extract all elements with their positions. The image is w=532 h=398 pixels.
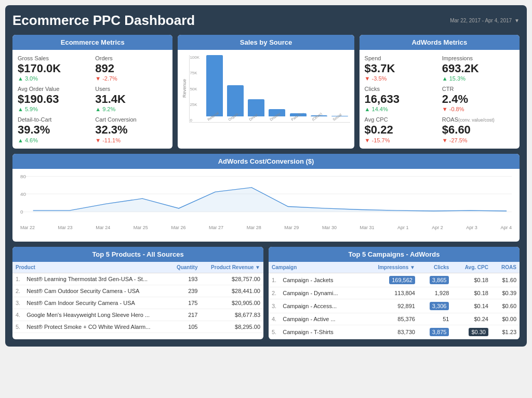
top-row: Ecommerce Metrics Gross Sales $170.0K ▲ … xyxy=(12,35,520,149)
metric-change: ▼ -2.7% xyxy=(95,75,167,82)
col-clicks: Clicks xyxy=(418,262,452,273)
table-row: 5. Campaign - T-Shirts 83,730 3,875 $0.3… xyxy=(269,325,520,339)
sales-by-source-body: Revenue 100K 75K 50K 25K 0 xyxy=(178,50,354,130)
adwords-metric-change: ▲ 15.3% xyxy=(442,75,514,82)
sales-by-source-card: Sales by Source Revenue 100K 75K 50K 25K xyxy=(178,35,354,149)
table-row: 4. Google Men's Heavyweight Long Sleeve … xyxy=(12,309,263,321)
x-label-8: Mar 30 xyxy=(322,225,337,230)
adwords-metric-4: Avg CPC $0.22 ▼ -15.7% xyxy=(365,116,437,143)
adwords-metric-value: $3.7K xyxy=(365,62,437,75)
ecommerce-metrics-header: Ecommerce Metrics xyxy=(12,35,172,50)
adwords-metric-label: Avg CPC xyxy=(365,116,437,123)
bar-chart: 100K 75K 50K 25K 0 Referral Organic Se..… xyxy=(189,55,350,123)
x-label-0: Mar 22 xyxy=(20,225,35,230)
svg-text:80: 80 xyxy=(20,174,26,179)
x-label-3: Mar 25 xyxy=(134,225,148,230)
adwords-metric-change: ▼ -3.5% xyxy=(365,75,437,82)
metric-value: 892 xyxy=(95,62,167,75)
adwords-metric-label: ROAS(conv. value/cost) xyxy=(442,116,514,123)
col-revenue: Product Revenue ▼ xyxy=(201,262,263,273)
bar-group-0: Referral xyxy=(204,55,225,122)
chart-container: Revenue 100K 75K 50K 25K 0 xyxy=(182,54,350,123)
top-campaigns-card: Top 5 Campaigns - AdWords Campaign Impre… xyxy=(269,247,520,339)
x-label-6: Mar 28 xyxy=(247,225,261,230)
adwords-metric-2: Clicks 16,633 ▲ 14.4% xyxy=(365,86,437,112)
adwords-metric-5: ROAS(conv. value/cost) $6.60 ▼ -27.5% xyxy=(442,116,514,143)
adwords-metric-change: ▼ -15.7% xyxy=(365,137,437,143)
top-campaigns-table: Campaign Impressions ▼ Clicks Avg. CPC R… xyxy=(269,262,520,339)
dashboard: Ecommerce PPC Dashboard Mar 22, 2017 - A… xyxy=(5,5,527,347)
bar-group-2: Direct xyxy=(246,55,267,122)
dashboard-header: Ecommerce PPC Dashboard Mar 22, 2017 - A… xyxy=(12,12,520,29)
top-campaigns-header: Top 5 Campaigns - AdWords xyxy=(269,247,520,262)
adwords-metrics-header: AdWords Metrics xyxy=(360,35,520,50)
metric-change: ▲ 3.0% xyxy=(18,75,90,82)
top-products-header: Top 5 Products - All Sources xyxy=(12,247,263,262)
x-label-9: Mar 31 xyxy=(360,225,374,230)
x-label-5: Mar 27 xyxy=(209,225,223,230)
cost-conversion-header: AdWords Cost/Conversion ($) xyxy=(12,154,520,169)
date-range-selector[interactable]: Mar 22, 2017 - Apr 4, 2017 ▼ xyxy=(450,18,520,23)
metric-label: Orders xyxy=(95,55,167,61)
ecommerce-metrics-body: Gross Sales $170.0K ▲ 3.0% Orders 892 ▼ … xyxy=(12,50,172,149)
bar-group-1: Organic Se... xyxy=(225,55,246,122)
metric-label: Users xyxy=(95,86,167,92)
dashboard-title: Ecommerce PPC Dashboard xyxy=(12,12,195,29)
x-label-1: Mar 23 xyxy=(58,225,73,230)
metric-item-5: Cart Conversion 32.3% ▼ -11.1% xyxy=(95,116,167,143)
adwords-metric-value: 693.2K xyxy=(442,62,514,75)
metric-item-1: Orders 892 ▼ -2.7% xyxy=(95,55,167,82)
adwords-metric-label: Impressions xyxy=(442,55,514,61)
bar-chart-wrapper: 100K 75K 50K 25K 0 Referral Organic Se..… xyxy=(189,54,350,123)
bar-group-4: Paid Searc... xyxy=(288,55,309,122)
top-products-card: Top 5 Products - All Sources Product Qua… xyxy=(12,247,263,339)
metric-change: ▼ -11.1% xyxy=(95,137,167,143)
adwords-metrics-grid: Spend $3.7K ▼ -3.5% Impressions 693.2K ▲… xyxy=(365,55,514,143)
adwords-metric-label: Spend xyxy=(365,55,437,61)
svg-text:40: 40 xyxy=(20,191,26,197)
adwords-metric-3: CTR 2.4% ▼ -0.8% xyxy=(442,86,514,112)
metric-label: Detail-to-Cart xyxy=(18,116,90,123)
col-cpc: Avg. CPC xyxy=(452,262,491,273)
svg-text:0: 0 xyxy=(20,209,23,215)
bar-group-6: Social xyxy=(329,55,350,122)
col-product: Product xyxy=(12,262,170,273)
adwords-metric-value: $0.22 xyxy=(365,124,437,136)
col-impressions: Impressions ▼ xyxy=(361,262,418,273)
metric-value: 39.3% xyxy=(18,124,90,136)
top-campaigns-tbody: 1. Campaign - Jackets 169,562 3,865 $0.1… xyxy=(269,273,520,339)
table-row: 5. Nest® Protect Smoke + CO White Wired … xyxy=(12,321,263,333)
top-products-table: Product Quantity Product Revenue ▼ 1. Ne… xyxy=(12,262,263,333)
adwords-metric-value: $6.60 xyxy=(442,124,514,136)
x-label-12: Apr 3 xyxy=(466,225,477,230)
bottom-row: Top 5 Products - All Sources Product Qua… xyxy=(12,247,520,339)
metric-label: Avg Order Value xyxy=(18,86,90,92)
table-row: 1. Campaign - Jackets 169,562 3,865 $0.1… xyxy=(269,273,520,287)
line-chart-svg: 80 40 0 xyxy=(20,174,512,226)
metric-item-4: Detail-to-Cart 39.3% ▲ 4.6% xyxy=(18,116,90,143)
chevron-down-icon: ▼ xyxy=(514,18,520,23)
metric-value: 31.4K xyxy=(95,93,167,105)
table-row: 1. Nest® Learning Thermostat 3rd Gen-USA… xyxy=(12,273,263,285)
adwords-metric-1: Impressions 693.2K ▲ 15.3% xyxy=(442,55,514,82)
metric-item-0: Gross Sales $170.0K ▲ 3.0% xyxy=(18,55,90,82)
table-row: 3. Campaign - Access... 92,891 3,306 $0.… xyxy=(269,299,520,313)
y-labels: 100K 75K 50K 25K 0 xyxy=(190,55,200,123)
table-row: 4. Campaign - Active ... 85,376 51 $0.24… xyxy=(269,313,520,325)
adwords-metric-0: Spend $3.7K ▼ -3.5% xyxy=(365,55,437,82)
adwords-metrics-body: Spend $3.7K ▼ -3.5% Impressions 693.2K ▲… xyxy=(360,50,520,149)
adwords-metric-value: 16,633 xyxy=(365,93,437,105)
x-label-11: Apr 2 xyxy=(432,225,443,230)
table-row: 3. Nest® Cam Indoor Security Camera - US… xyxy=(12,297,263,309)
adwords-metrics-card: AdWords Metrics Spend $3.7K ▼ -3.5% Impr… xyxy=(360,35,520,149)
adwords-metric-value: 2.4% xyxy=(442,93,514,105)
x-label-7: Mar 29 xyxy=(284,225,299,230)
metric-change: ▲ 4.6% xyxy=(18,137,90,143)
bar xyxy=(206,55,223,116)
col-roas: ROAS xyxy=(491,262,520,273)
top-campaigns-thead: Campaign Impressions ▼ Clicks Avg. CPC R… xyxy=(269,262,520,273)
adwords-metric-change: ▼ -27.5% xyxy=(442,137,514,143)
ecommerce-metrics-card: Ecommerce Metrics Gross Sales $170.0K ▲ … xyxy=(12,35,172,149)
metric-value: $170.0K xyxy=(18,62,90,75)
bar-group-5: (Other) xyxy=(309,55,329,122)
